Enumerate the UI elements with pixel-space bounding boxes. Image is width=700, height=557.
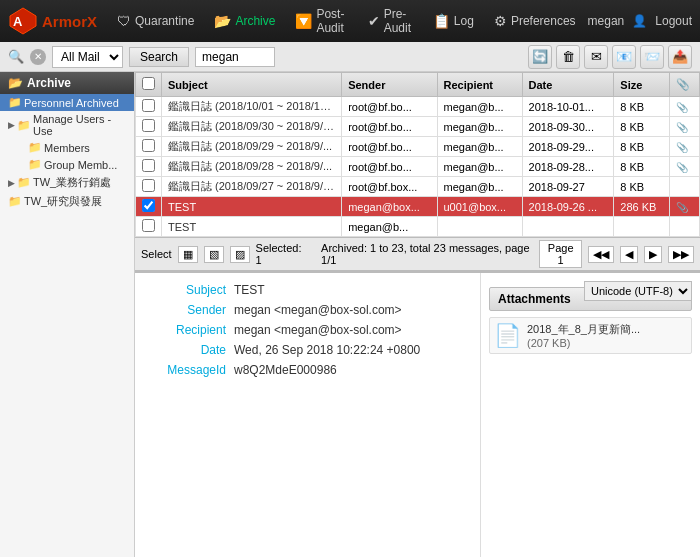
clear-button[interactable]: ✕ [30,49,46,65]
recipient-field: Recipient megan <megan@box-sol.com> [151,323,464,337]
row-checkbox[interactable] [136,137,162,157]
row-size: 8 KB [614,97,669,117]
row-sender: root@bf.bo... [342,117,437,137]
row-attach [669,177,699,197]
sidebar-header-icon: 📂 [8,76,23,90]
selected-count: Selected: 1 [256,242,308,266]
last-page-btn[interactable]: ▶▶ [668,246,694,263]
msgid-label: MessageId [151,363,226,377]
preview-right: Unicode (UTF-8) UTF-8 GB2312 Attachments… [480,273,700,557]
attachment-name: 2018_年_8_月更新簡... [527,322,640,337]
manage-users-icon: 📁 [17,119,31,132]
col-recipient: Recipient [437,73,522,97]
row-checkbox[interactable] [136,117,162,137]
username: megan [588,14,625,28]
sender-label: Sender [151,303,226,317]
content: Subject Sender Recipient Date Size 📎 鑑識日… [135,72,700,557]
sidebar-item-members[interactable]: 📁 Members [0,139,134,156]
row-checkbox[interactable] [136,197,162,217]
row-subject: 鑑識日誌 (2018/10/01 ~ 2018/10... [162,97,342,117]
attachment-indicator: 📎 [676,102,688,113]
sidebar-item-personnel-archived-label: Personnel Archived [24,97,119,109]
prev-page-btn[interactable]: ◀ [620,246,638,263]
row-recipient: megan@b... [437,117,522,137]
attachment-indicator: 📎 [676,162,688,173]
sidebar-item-group-memb-label: Group Memb... [44,159,117,171]
select-label: Select [141,248,172,260]
svg-text:A: A [13,14,23,29]
row-checkbox[interactable] [136,177,162,197]
table-row[interactable]: 鑑識日誌 (2018/09/27 ~ 2018/9/2... root@bf.b… [136,177,700,197]
mail-action-3[interactable]: 📨 [640,45,664,69]
action-icons: 🔄 🗑 ✉ 📧 📨 📤 [528,45,692,69]
table-row[interactable]: TEST megan@b... [136,217,700,237]
table-row[interactable]: 鑑識日誌 (2018/09/28 ~ 2018/9/... root@bf.bo… [136,157,700,177]
page-label[interactable]: Page 1 [539,240,582,268]
msgid-value: w8Q2MdeE000986 [234,363,337,377]
sender-value: megan <megan@box-sol.com> [234,303,402,317]
main: 📂 Archive 📁 Personnel Archived ▶ 📁 Manag… [0,72,700,557]
first-page-btn[interactable]: ◀◀ [588,246,614,263]
nav-quarantine[interactable]: 🛡 Quarantine [109,9,202,33]
members-icon: 📁 [28,141,42,154]
shield-icon: 🛡 [117,13,131,29]
mail-action-2[interactable]: 📧 [612,45,636,69]
nav-preferences[interactable]: ⚙ Preferences [486,9,584,33]
encoding-select[interactable]: Unicode (UTF-8) UTF-8 GB2312 [584,281,692,301]
nav-pre-audit-label: Pre-Audit [384,7,413,35]
row-size: 8 KB [614,157,669,177]
sidebar-item-personnel-archived[interactable]: 📁 Personnel Archived [0,94,134,111]
search-icon[interactable]: 🔍 [8,49,24,64]
nav-post-audit[interactable]: 🔽 Post-Audit [287,3,355,39]
table-row[interactable]: 鑑識日誌 (2018/10/01 ~ 2018/10... root@bf.bo… [136,97,700,117]
nav-log[interactable]: 📋 Log [425,9,482,33]
attachment-indicator: 📎 [676,142,688,153]
select-invert-btn[interactable]: ▨ [230,246,250,263]
subject-field: Subject TEST [151,283,464,297]
nav-quarantine-label: Quarantine [135,14,194,28]
attachment-item[interactable]: 📄 2018_年_8_月更新簡... (207 KB) [489,317,692,354]
table-row[interactable]: TEST megan@box... u001@box... 2018-09-26… [136,197,700,217]
search-input[interactable] [195,47,275,67]
mail-action-1[interactable]: ✉ [584,45,608,69]
row-recipient: megan@b... [437,137,522,157]
recipient-label: Recipient [151,323,226,337]
sidebar-item-group-memb[interactable]: 📁 Group Memb... [0,156,134,173]
post-audit-icon: 🔽 [295,13,312,29]
email-list: Subject Sender Recipient Date Size 📎 鑑識日… [135,72,700,237]
row-checkbox[interactable] [136,97,162,117]
row-checkbox[interactable] [136,217,162,237]
preview-left: Subject TEST Sender megan <megan@box-sol… [135,273,480,557]
next-page-btn[interactable]: ▶ [644,246,662,263]
table-row[interactable]: 鑑識日誌 (2018/09/30 ~ 2018/9/3... root@bf.b… [136,117,700,137]
select-none-btn[interactable]: ▧ [204,246,224,263]
subject-label: Subject [151,283,226,297]
logout-link[interactable]: Logout [655,14,692,28]
logo-area: A ArmorX [8,6,97,36]
row-attach: 📎 [669,137,699,157]
sidebar-item-manage-users[interactable]: ▶ 📁 Manage Users - Use [0,111,134,139]
nav-pre-audit[interactable]: ✔ Pre-Audit [360,3,421,39]
date-label: Date [151,343,226,357]
select-all-checkbox[interactable] [142,77,155,90]
date-value: Wed, 26 Sep 2018 10:22:24 +0800 [234,343,420,357]
date-field: Date Wed, 26 Sep 2018 10:22:24 +0800 [151,343,464,357]
row-sender: root@bf.bo... [342,157,437,177]
searchbar: 🔍 ✕ All Mail Inbox Sent Archive Search 🔄… [0,42,700,72]
search-button[interactable]: Search [129,47,189,67]
row-date: 2018-09-28... [522,157,614,177]
folder-select[interactable]: All Mail Inbox Sent Archive [52,46,123,68]
table-row[interactable]: 鑑識日誌 (2018/09/29 ~ 2018/9/... root@bf.bo… [136,137,700,157]
nav-archive[interactable]: 📂 Archive [206,9,283,33]
sidebar-item-tw-yewu[interactable]: ▶ 📁 TW_業務行銷處 [0,173,134,192]
attachment-size: (207 KB) [527,337,640,349]
sidebar-item-tw-yanjiu[interactable]: 📁 TW_研究與發展 [0,192,134,211]
refresh-button[interactable]: 🔄 [528,45,552,69]
row-sender: root@bf.bo... [342,97,437,117]
delete-button[interactable]: 🗑 [556,45,580,69]
row-checkbox[interactable] [136,157,162,177]
sidebar-item-manage-users-label: Manage Users - Use [33,113,130,137]
mail-action-4[interactable]: 📤 [668,45,692,69]
row-attach: 📎 [669,97,699,117]
select-all-btn[interactable]: ▦ [178,246,198,263]
